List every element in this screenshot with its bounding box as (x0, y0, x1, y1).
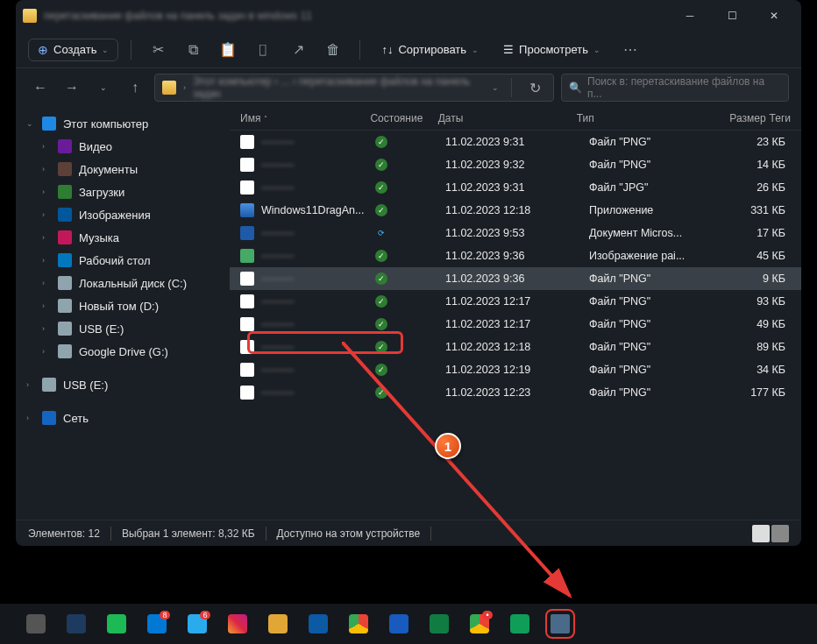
chevron-right-icon: › (183, 83, 186, 92)
taskbar-edge-icon[interactable] (309, 614, 328, 633)
taskbar-sheets-icon[interactable] (510, 614, 529, 633)
separator (359, 40, 360, 60)
sidebar-item-USB (E:)[interactable]: ›USB (E:) (16, 317, 230, 340)
sidebar-item-Локальный диск (C:)[interactable]: ›Локальный диск (C:) (16, 272, 230, 294)
taskbar-chrome1-icon[interactable] (349, 614, 368, 633)
sidebar-label: Музыка (79, 231, 119, 244)
sidebar-item-Сеть[interactable]: ›Сеть (16, 407, 230, 429)
sidebar-item-Google Drive (G:)[interactable]: ›Google Drive (G:) (16, 340, 230, 363)
taskbar-chrome2-icon[interactable]: • (470, 614, 489, 633)
rename-button[interactable]: ⌷ (249, 36, 277, 64)
paste-button[interactable]: 📋 (214, 36, 242, 64)
col-type-header[interactable]: Тип (577, 112, 703, 124)
sidebar-item-Музыка[interactable]: ›Музыка (16, 226, 230, 249)
taskbar-taskview-icon[interactable] (26, 614, 46, 633)
sidebar-label: Видео (79, 140, 112, 153)
column-headers: Имя˄ Состояние Даты Тип Размер Теги (230, 107, 801, 131)
sidebar-item-Изображения[interactable]: ›Изображения (16, 203, 230, 226)
taskbar-excel-icon[interactable] (430, 614, 449, 633)
view-icon: ☰ (503, 43, 514, 56)
sidebar-item-Документы[interactable]: ›Документы (16, 158, 230, 180)
sync-state-icon: ✓ (375, 341, 387, 353)
taskbar-explorer-icon[interactable] (268, 614, 288, 633)
file-row[interactable]: ———✓11.02.2023 9:36Изображение раi...45 … (230, 244, 801, 267)
file-row[interactable]: Windows11DragAn...✓11.02.2023 12:18Прило… (230, 199, 801, 222)
chevron-icon: › (42, 256, 51, 265)
file-row[interactable]: ———✓11.02.2023 12:17Файл "PNG"93 КБ (230, 290, 801, 313)
sync-state-icon: ✓ (375, 204, 387, 216)
file-row[interactable]: ———✓11.02.2023 12:19Файл "PNG"34 КБ (230, 358, 801, 381)
file-name: ——— (261, 341, 295, 353)
folder-icon (162, 81, 176, 95)
close-button[interactable]: ✕ (754, 2, 794, 30)
sidebar-item-Новый том (D:)[interactable]: ›Новый том (D:) (16, 294, 230, 317)
file-row[interactable]: ———✓11.02.2023 9:31Файл "PNG"23 КБ (230, 131, 801, 153)
sidebar-item-Загрузки[interactable]: ›Загрузки (16, 180, 230, 203)
explorer-window: перетаскивание файлов на панель задач в … (16, 0, 801, 546)
file-row[interactable]: ———⟳11.02.2023 9:53Документ Micros...17 … (230, 222, 801, 244)
view-button[interactable]: ☰ Просмотреть ⌄ (494, 39, 609, 60)
file-icon (240, 226, 254, 240)
titlebar[interactable]: перетаскивание файлов на панель задач в … (16, 0, 801, 32)
file-name: ——— (261, 159, 295, 171)
file-icon (240, 158, 254, 172)
sidebar: ⌄Этот компьютер›Видео›Документы›Загрузки… (16, 107, 230, 520)
taskbar-imageviewer-icon[interactable] (551, 614, 570, 633)
taskbar-calculator-icon[interactable] (67, 614, 86, 633)
chevron-icon: › (42, 324, 51, 333)
sort-asc-icon: ˄ (264, 115, 267, 123)
up-button[interactable]: ↑ (123, 75, 147, 100)
path-dropdown[interactable]: ⌄ (492, 83, 499, 92)
file-pane: Имя˄ Состояние Даты Тип Размер Теги ———✓… (230, 107, 801, 520)
file-row[interactable]: ———✓11.02.2023 9:32Файл "PNG"14 КБ (230, 153, 801, 176)
minimize-button[interactable]: ─ (670, 2, 710, 30)
share-button[interactable]: ↗ (284, 36, 312, 64)
forward-button[interactable]: → (60, 75, 84, 100)
search-input[interactable]: 🔍 Поиск в: перетаскивание файлов на п... (561, 74, 789, 102)
file-date: 11.02.2023 9:31 (445, 181, 586, 194)
file-name: ——— (261, 386, 295, 399)
folder-icon (58, 322, 72, 336)
sidebar-item-USB (E:)[interactable]: ›USB (E:) (16, 373, 230, 396)
copy-button[interactable]: ⧉ (179, 36, 207, 64)
more-button[interactable]: ⋯ (616, 36, 644, 64)
file-row[interactable]: ———✓11.02.2023 12:23Файл "PNG"177 КБ (230, 381, 801, 404)
col-date-header[interactable]: Даты (438, 112, 573, 124)
view-large-button[interactable] (771, 525, 789, 542)
file-row[interactable]: ———✓11.02.2023 12:18Файл "PNG"89 КБ (230, 336, 801, 358)
file-type: Файл "PNG" (589, 295, 721, 308)
file-type: Файл "PNG" (589, 136, 721, 148)
col-state-header[interactable]: Состояние (370, 112, 434, 124)
cut-button[interactable]: ✂ (144, 36, 172, 64)
taskbar-telegram-icon[interactable]: 6 (188, 614, 207, 633)
file-row[interactable]: ———✓11.02.2023 9:31Файл "JPG"26 КБ (230, 176, 801, 199)
maximize-button[interactable]: ☐ (712, 2, 752, 30)
file-type: Приложение (589, 204, 721, 216)
file-size: 23 КБ (724, 136, 785, 148)
taskbar-word-icon[interactable] (389, 614, 408, 633)
address-bar[interactable]: › Этот компьютер › ... › перетаскивание … (154, 74, 554, 102)
sidebar-item-Видео[interactable]: ›Видео (16, 135, 230, 158)
file-row[interactable]: ———✓11.02.2023 9:36Файл "PNG"9 КБ (230, 267, 801, 290)
col-size-header[interactable]: Размер (707, 112, 765, 124)
history-chev-icon[interactable]: ⌄ (91, 75, 116, 100)
sidebar-item-Рабочий стол[interactable]: ›Рабочий стол (16, 249, 230, 272)
sidebar-label: USB (E:) (63, 379, 108, 392)
col-tags-header[interactable]: Теги (770, 112, 791, 124)
back-button[interactable]: ← (28, 75, 53, 100)
refresh-button[interactable]: ↻ (524, 80, 546, 96)
file-date: 11.02.2023 12:18 (445, 341, 586, 353)
taskbar-skype-icon[interactable]: 8 (147, 614, 167, 633)
create-button[interactable]: ⊕ Создать ⌄ (28, 39, 118, 61)
file-icon (240, 340, 254, 354)
sort-button[interactable]: ↑↓ Сортировать ⌄ (373, 39, 487, 60)
taskbar-spotify-icon[interactable] (107, 614, 126, 633)
view-details-button[interactable] (752, 525, 770, 542)
sidebar-item-Этот компьютер[interactable]: ⌄Этот компьютер (16, 112, 230, 135)
file-name: ——— (261, 227, 295, 239)
file-row[interactable]: ———✓11.02.2023 12:17Файл "PNG"49 КБ (230, 313, 801, 336)
file-date: 11.02.2023 12:19 (445, 364, 586, 376)
taskbar-instagram-icon[interactable] (228, 614, 247, 633)
col-name-header[interactable]: Имя˄ (240, 112, 366, 124)
delete-button[interactable]: 🗑 (319, 36, 347, 64)
